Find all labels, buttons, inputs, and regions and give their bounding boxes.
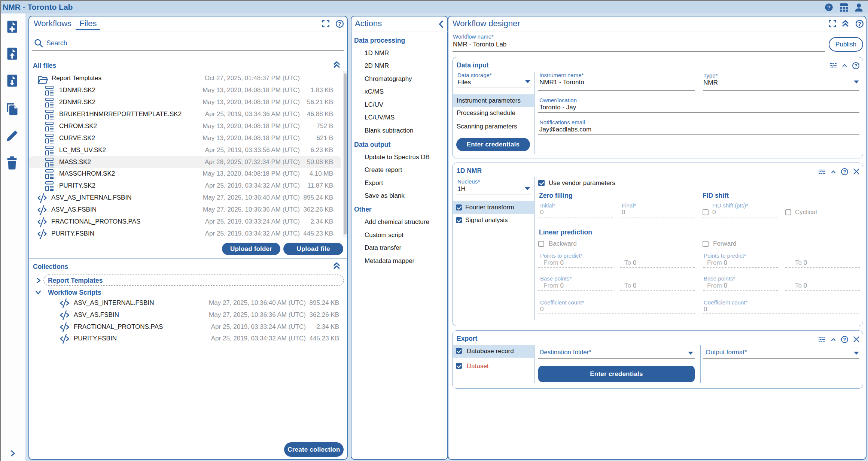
svg-text:?: ? [338, 21, 341, 27]
svg-text:?: ? [858, 21, 861, 27]
svg-text:?: ? [843, 337, 846, 342]
svg-text:?: ? [843, 169, 846, 175]
svg-text:?: ? [854, 63, 857, 69]
